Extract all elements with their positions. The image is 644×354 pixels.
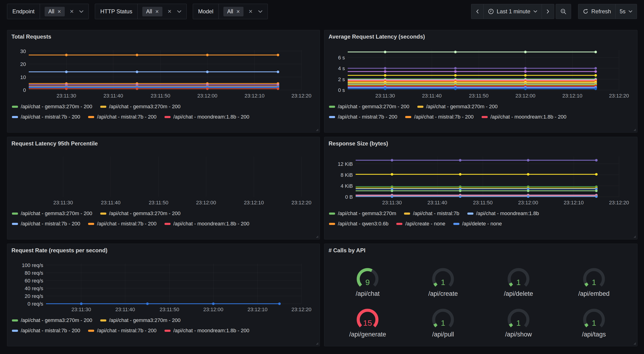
variable-filter-model[interactable]: Model All × × xyxy=(193,4,268,19)
legend-item[interactable]: /api/chat - qwen3:0.6b xyxy=(329,221,388,227)
legend-item[interactable]: /api/chat - mistral:7b - 200 xyxy=(12,114,80,120)
legend-item[interactable]: /api/chat - gemma3:270m - 200 xyxy=(100,210,181,216)
legend-swatch xyxy=(329,223,335,225)
legend-swatch xyxy=(164,330,170,332)
chip-remove-icon[interactable]: × xyxy=(156,9,159,15)
legend-label: /api/chat - gemma3:270m - 200 xyxy=(109,317,181,323)
panel-title[interactable]: Request Latency 95th Percentile xyxy=(12,140,98,147)
chip-remove-icon[interactable]: × xyxy=(236,9,240,15)
legend-swatch xyxy=(88,116,94,118)
panel-title[interactable]: Request Rate (requests per second) xyxy=(12,247,108,254)
selected-chip[interactable]: All × xyxy=(45,7,65,16)
svg-text:0 B: 0 B xyxy=(345,194,353,200)
panel-request-rate: Request Rate (requests per second) 23:11… xyxy=(7,244,320,346)
gauge-label: /api/chat xyxy=(356,290,380,297)
legend-item[interactable]: /api/chat - moondream:1.8b - 200 xyxy=(164,327,249,334)
legend-item[interactable]: /api/chat - gemma3:270m - 200 xyxy=(12,104,92,110)
legend-item[interactable]: /api/chat - mistral:7b - 200 xyxy=(12,327,80,334)
legend-item[interactable]: /api/chat - gemma3:270m - 200 xyxy=(100,104,181,110)
filter-label: HTTP Status xyxy=(95,4,138,19)
resize-handle[interactable] xyxy=(632,127,636,131)
variable-filter-http-status[interactable]: HTTP Status All × × xyxy=(95,4,186,19)
legend-label: /api/chat - moondream:1.8b xyxy=(476,210,539,216)
clear-icon[interactable]: × xyxy=(249,8,252,15)
time-series-chart[interactable]: 23:11:3023:11:4023:11:5023:12:0023:12:10… xyxy=(10,257,316,313)
filter-value[interactable]: All × × xyxy=(40,4,89,19)
selected-chip[interactable]: All × xyxy=(224,7,244,16)
time-controls: Last 1 minute Refresh 5s xyxy=(471,4,637,19)
gauge-arc: 1 xyxy=(504,266,533,289)
legend-item[interactable]: /api/chat - gemma3:270m - 200 xyxy=(329,104,410,110)
legend-item[interactable]: /api/chat - gemma3:270m - 200 xyxy=(12,317,92,323)
gauge-label: /api/create xyxy=(428,290,458,297)
legend-swatch xyxy=(396,223,402,225)
legend-item[interactable]: /api/chat - gemma3:270m - 200 xyxy=(100,317,181,323)
legend-item[interactable]: /api/chat - mistral:7b - 200 xyxy=(88,114,156,120)
legend-item[interactable]: /api/chat - mistral:7b - 200 xyxy=(88,327,156,334)
legend-item[interactable]: /api/create - none xyxy=(396,221,445,227)
legend-item[interactable]: /api/chat - gemma3:270m - 200 xyxy=(12,210,92,216)
legend-item[interactable]: /api/chat - moondream:1.8b - 200 xyxy=(164,221,249,227)
variable-filter-endpoint[interactable]: Endpoint All × × xyxy=(7,4,89,19)
variable-filter-bar: Endpoint All × × HTTP Status All × × xyxy=(7,4,268,19)
resize-handle[interactable] xyxy=(632,234,636,238)
svg-text:23:12:10: 23:12:10 xyxy=(562,93,582,99)
legend-item[interactable]: /api/chat - mistral:7b xyxy=(404,210,459,216)
chip-remove-icon[interactable]: × xyxy=(58,9,61,15)
svg-text:20: 20 xyxy=(20,61,26,67)
svg-text:23:11:40: 23:11:40 xyxy=(422,93,442,99)
time-series-chart[interactable]: 23:11:3023:11:4023:11:5023:12:0023:12:10… xyxy=(10,43,316,100)
legend-item[interactable]: /api/chat - moondream:1.8b - 200 xyxy=(482,114,566,120)
filter-value[interactable]: All × × xyxy=(138,4,186,19)
gauge-arc: 1 xyxy=(504,306,533,330)
selected-chip[interactable]: All × xyxy=(142,7,162,16)
filter-value[interactable]: All × × xyxy=(219,4,268,19)
legend-row: /api/chat - gemma3:270m - 200/api/chat -… xyxy=(12,210,315,216)
legend-item[interactable]: /api/chat - gemma3:270m xyxy=(329,210,396,216)
svg-text:23:11:30: 23:11:30 xyxy=(382,200,402,206)
svg-text:23:11:40: 23:11:40 xyxy=(101,200,120,206)
panel-title[interactable]: # Calls by API xyxy=(328,247,366,254)
legend-item[interactable]: /api/chat - moondream:1.8b xyxy=(467,210,539,216)
refresh-interval-dropdown[interactable]: 5s xyxy=(615,4,637,19)
legend-item[interactable]: /api/chat - gemma3:270m - 200 xyxy=(417,104,498,110)
time-range-picker[interactable]: Last 1 minute xyxy=(484,4,542,19)
time-forward-button[interactable] xyxy=(542,4,554,19)
time-series-chart[interactable]: 23:11:3023:11:4023:11:5023:12:0023:12:10… xyxy=(328,43,634,100)
svg-text:8 KiB: 8 KiB xyxy=(340,172,353,178)
gauge-cell: 1/api/show xyxy=(481,302,556,343)
refresh-button[interactable]: Refresh xyxy=(578,4,616,19)
svg-text:20 req/s: 20 req/s xyxy=(25,293,44,299)
panel-title[interactable]: Response Size (bytes) xyxy=(328,140,388,147)
clear-icon[interactable]: × xyxy=(168,8,171,15)
chevron-down-icon[interactable] xyxy=(79,10,84,13)
chevron-down-icon[interactable] xyxy=(258,10,263,13)
legend-item[interactable]: /api/chat - mistral:7b - 200 xyxy=(329,114,397,120)
zoom-out-button[interactable] xyxy=(556,4,571,19)
resize-handle[interactable] xyxy=(315,341,318,345)
chevron-right-icon xyxy=(546,9,550,14)
legend-item[interactable]: /api/chat - moondream:1.8b - 200 xyxy=(164,114,249,120)
panel-title[interactable]: Total Requests xyxy=(12,34,51,40)
legend-label: /api/chat - gemma3:270m - 200 xyxy=(426,104,498,110)
time-series-chart[interactable]: 23:11:3023:11:4023:11:5023:12:0023:12:10… xyxy=(10,150,316,207)
resize-handle[interactable] xyxy=(632,341,636,345)
legend-item[interactable]: /api/delete - none xyxy=(453,221,502,227)
time-back-button[interactable] xyxy=(471,4,484,19)
gauge-value: 9 xyxy=(366,278,370,287)
svg-text:0 s: 0 s xyxy=(338,87,345,93)
chip-text: All xyxy=(48,9,54,15)
resize-handle[interactable] xyxy=(315,127,318,131)
legend-swatch xyxy=(88,330,94,332)
legend-item[interactable]: /api/chat - mistral:7b - 200 xyxy=(88,221,156,227)
gauge-label: /api/pull xyxy=(432,331,454,338)
time-series-chart[interactable]: 23:11:3023:11:4023:11:5023:12:0023:12:10… xyxy=(328,150,634,207)
gauge-value: 1 xyxy=(441,278,446,287)
gauge-cell: 1/api/pull xyxy=(406,302,481,343)
chevron-down-icon[interactable] xyxy=(177,10,182,13)
clear-icon[interactable]: × xyxy=(70,8,74,15)
legend-item[interactable]: /api/chat - mistral:7b - 200 xyxy=(12,221,80,227)
resize-handle[interactable] xyxy=(315,234,318,238)
panel-title[interactable]: Average Request Latency (seconds) xyxy=(328,34,425,40)
legend-item[interactable]: /api/chat - mistral:7b - 200 xyxy=(405,114,474,120)
